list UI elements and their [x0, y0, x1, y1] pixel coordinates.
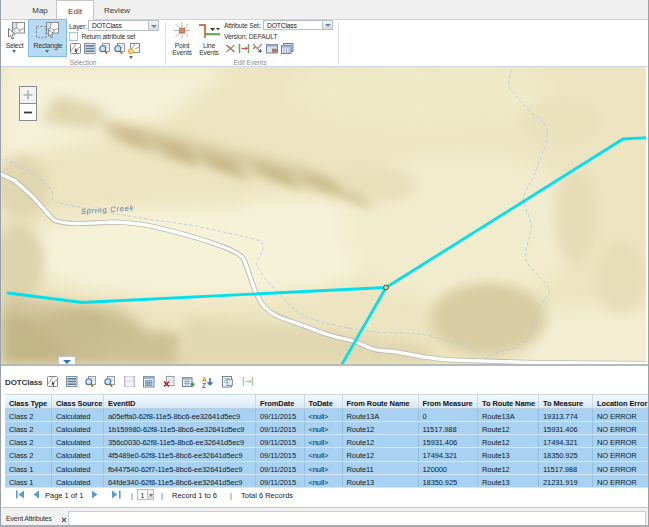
- svg-text:Z: Z: [202, 382, 206, 389]
